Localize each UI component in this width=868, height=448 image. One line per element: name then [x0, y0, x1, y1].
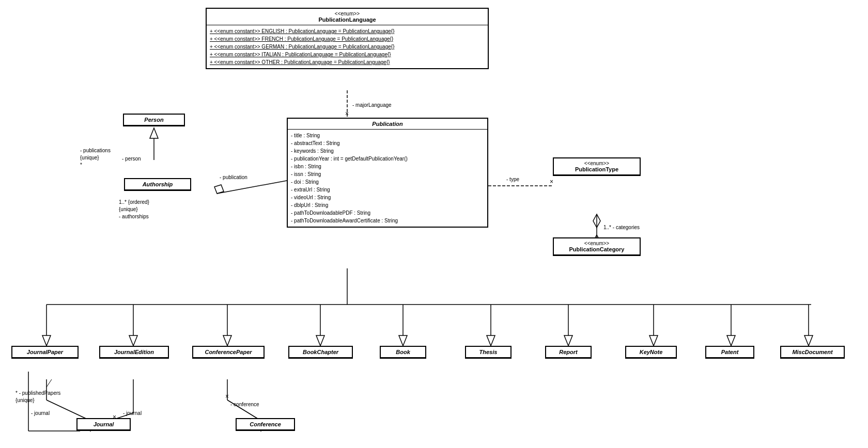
patent-box: Patent: [705, 346, 754, 359]
svg-marker-27: [564, 335, 572, 346]
misc-document-box: MiscDocument: [780, 346, 845, 359]
svg-marker-25: [487, 335, 495, 346]
svg-text:×: ×: [550, 178, 553, 185]
label-type: - type: [506, 177, 519, 182]
svg-marker-17: [129, 335, 137, 346]
label-authorships: 1..* {ordered}{unique}- authorships: [119, 199, 149, 220]
thesis-box: Thesis: [465, 346, 512, 359]
book-box: Book: [380, 346, 426, 359]
label-published-papers: * - publishedPapers{unique}: [16, 390, 60, 404]
label-journal-2: - journal: [123, 410, 142, 416]
keynote-title: KeyNote: [626, 347, 676, 358]
publication-category-title: <<enum>> PublicationCategory: [554, 238, 640, 255]
diagram-container: × ×: [0, 0, 868, 448]
svg-marker-21: [316, 335, 324, 346]
label-major-language: - majorLanguage: [352, 102, 392, 108]
label-conference: - conference: [230, 402, 259, 407]
svg-marker-29: [649, 335, 658, 346]
svg-marker-19: [223, 335, 231, 346]
label-publications: - publications{unique}*: [80, 147, 111, 169]
label-categories: 1..* - categories: [603, 225, 640, 230]
conference-paper-title: ConferencePaper: [193, 347, 264, 358]
report-title: Report: [546, 347, 591, 358]
report-box: Report: [545, 346, 592, 359]
person-title: Person: [124, 115, 184, 125]
book-chapter-box: BookChapter: [288, 346, 353, 359]
person-box: Person: [123, 114, 185, 126]
journal-edition-box: JournalEdition: [99, 346, 169, 359]
book-title: Book: [381, 347, 425, 358]
svg-marker-5: [593, 214, 600, 228]
label-person: - person: [122, 156, 141, 162]
svg-line-46: [47, 379, 52, 387]
journal-edition-title: JournalEdition: [100, 347, 168, 358]
conference-title: Conference: [237, 419, 294, 430]
authorship-box: Authorship: [124, 178, 191, 191]
svg-text:×: ×: [345, 110, 349, 117]
svg-marker-15: [42, 335, 51, 346]
authorship-title: Authorship: [125, 179, 190, 190]
keynote-box: KeyNote: [625, 346, 677, 359]
svg-marker-11: [214, 185, 224, 194]
svg-marker-31: [727, 335, 735, 346]
publication-category-box: <<enum>> PublicationCategory: [553, 237, 641, 256]
patent-title: Patent: [706, 347, 753, 358]
publication-title: Publication: [288, 119, 487, 130]
conference-box: Conference: [236, 418, 295, 431]
publication-language-box: <<enum>> PublicationLanguage + <<enum co…: [206, 8, 489, 69]
svg-line-10: [217, 181, 287, 194]
svg-marker-23: [399, 335, 407, 346]
svg-text:×: ×: [225, 393, 229, 400]
journal-box: Journal: [76, 418, 131, 431]
journal-paper-box: JournalPaper: [11, 346, 79, 359]
book-chapter-title: BookChapter: [289, 347, 352, 358]
publication-body: - title : String - abstractText : String…: [288, 130, 487, 227]
publication-language-body: + <<enum constant>> ENGLISH : Publicatio…: [207, 25, 488, 68]
publication-type-box: <<enum>> PublicationType: [553, 157, 641, 176]
publication-type-title: <<enum>> PublicationType: [554, 158, 640, 175]
label-publication: - publication: [220, 174, 247, 180]
misc-document-title: MiscDocument: [781, 347, 844, 358]
publication-language-title: <<enum>> PublicationLanguage: [207, 9, 488, 25]
journal-title: Journal: [78, 419, 130, 430]
publication-box: Publication - title : String - abstractT…: [287, 118, 488, 228]
svg-marker-9: [150, 128, 158, 138]
thesis-title: Thesis: [466, 347, 510, 358]
svg-marker-33: [804, 335, 813, 346]
journal-paper-title: JournalPaper: [12, 347, 78, 358]
conference-paper-box: ConferencePaper: [192, 346, 265, 359]
label-journal-1: - journal: [31, 410, 50, 416]
